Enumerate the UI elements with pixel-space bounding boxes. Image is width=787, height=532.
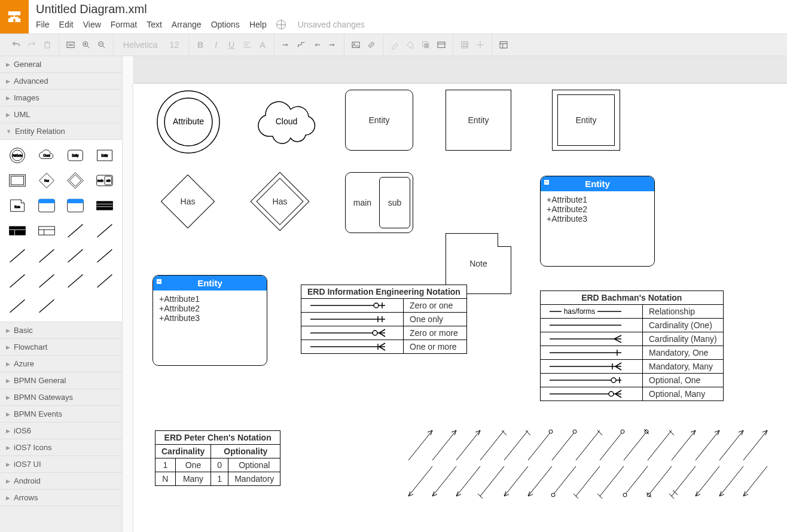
palette-line-7[interactable] — [5, 270, 30, 292]
shape-cloud[interactable]: Cloud — [251, 94, 322, 150]
palette-table-dark[interactable] — [92, 195, 118, 216]
shape-entity-table-1[interactable]: −Entity +Attribute1 +Attribute2 +Attribu… — [540, 176, 655, 267]
palette-table-split[interactable] — [34, 220, 60, 241]
palette-has-double[interactable] — [63, 170, 89, 191]
sidebar-section-uml[interactable]: ▶UML — [0, 106, 122, 123]
undo-button[interactable] — [11, 40, 22, 50]
palette-attribute[interactable]: Attribute — [5, 145, 30, 166]
palette-line-3[interactable] — [5, 245, 30, 267]
panel-button[interactable] — [436, 40, 447, 50]
connector-samples[interactable] — [391, 430, 773, 504]
zoom-in-button[interactable] — [81, 40, 91, 50]
menu-text[interactable]: Text — [147, 20, 162, 29]
sidebar-section-android[interactable]: ▶Android — [0, 473, 122, 490]
menu-help[interactable]: Help — [249, 20, 267, 29]
italic-button[interactable]: I — [211, 40, 221, 50]
sidebar-section-entity-relation[interactable]: ▼Entity Relation — [0, 123, 122, 140]
sidebar-section-advanced[interactable]: ▶Advanced — [0, 73, 122, 90]
image-button[interactable] — [350, 40, 361, 50]
canvas[interactable]: Attribute Cloud Entity Entity Entity Has… — [133, 84, 787, 532]
link-button[interactable] — [366, 40, 377, 50]
palette-entity-table-blue[interactable] — [34, 195, 60, 216]
menu-file[interactable]: File — [36, 20, 50, 29]
document-title[interactable]: Untitled Diagram.xml — [36, 2, 365, 16]
font-size-select[interactable]: 12 — [166, 40, 183, 50]
palette-line-6[interactable] — [92, 245, 118, 267]
shadow-button[interactable] — [420, 40, 431, 50]
waypoint-button[interactable] — [296, 40, 307, 50]
sidebar-section-images[interactable]: ▶Images — [0, 90, 122, 106]
sidebar-section-general[interactable]: ▶General — [0, 56, 122, 73]
actual-size-button[interactable] — [65, 40, 76, 50]
sidebar-section-ios6[interactable]: ▶iOS6 — [0, 423, 122, 439]
shape-entity-square[interactable]: Entity — [446, 90, 511, 151]
sidebar-section-azure[interactable]: ▶Azure — [0, 356, 122, 372]
sidebar-label: Advanced — [14, 77, 48, 85]
menu-format[interactable]: Format — [111, 20, 137, 29]
canvas-area[interactable]: Attribute Cloud Entity Entity Entity Has… — [123, 56, 787, 532]
sidebar-section-basic[interactable]: ▶Basic — [0, 322, 122, 339]
connection-button[interactable] — [280, 40, 291, 50]
menu-arrange[interactable]: Arrange — [172, 20, 202, 29]
align-button[interactable] — [242, 40, 252, 50]
palette-has[interactable]: Has — [34, 170, 60, 191]
shape-has-double[interactable]: Has — [253, 175, 307, 228]
shape-has[interactable]: Has — [161, 175, 215, 228]
svg-line-46 — [68, 274, 83, 287]
shape-entity-double[interactable]: Entity — [552, 90, 620, 151]
zoom-out-button[interactable] — [96, 40, 107, 50]
arrow-end-button[interactable] — [327, 40, 338, 50]
palette-line-2[interactable] — [92, 220, 118, 241]
palette-line-8[interactable] — [34, 270, 60, 292]
palette-line-4[interactable] — [34, 245, 60, 267]
palette-mainsub[interactable]: mainsub — [92, 170, 118, 191]
palette-note[interactable]: Note — [5, 195, 30, 216]
palette-table-small[interactable] — [5, 220, 30, 241]
sidebar-label: Flowchart — [14, 343, 47, 351]
stroke-color-button[interactable] — [389, 40, 400, 50]
palette-line-12[interactable] — [34, 295, 60, 317]
guides-button[interactable] — [475, 40, 486, 50]
palette-entity-rounded[interactable]: Entity — [63, 145, 89, 166]
bold-button[interactable]: B — [195, 40, 206, 50]
shape-label: Entity — [575, 115, 596, 125]
font-family-select[interactable]: Helvetica — [120, 40, 161, 50]
palette-line-11[interactable] — [5, 295, 30, 317]
shape-attribute[interactable]: Attribute — [155, 88, 222, 157]
sidebar-section-bpmn-events[interactable]: ▶BPMN Events — [0, 406, 122, 423]
arrow-start-button[interactable] — [312, 40, 322, 50]
sidebar-section-arrows[interactable]: ▶Arrows — [0, 490, 122, 506]
palette-entity-double[interactable] — [5, 170, 30, 191]
erd-ie-table[interactable]: ERD Information Engineering Notation Zer… — [301, 285, 467, 354]
sidebar-section-ios7-ui[interactable]: ▶iOS7 UI — [0, 456, 122, 473]
menu-view[interactable]: View — [83, 20, 101, 29]
language-icon[interactable] — [276, 20, 286, 29]
menu-edit[interactable]: Edit — [59, 20, 74, 29]
shape-entity-table-2[interactable]: −Entity +Attribute1 +Attribute2 +Attribu… — [152, 275, 267, 366]
app-logo[interactable] — [0, 0, 29, 33]
sidebar-section-bpmn-gateways[interactable]: ▶BPMN Gateways — [0, 389, 122, 406]
palette-line-1[interactable] — [63, 220, 89, 241]
shape-mainsub[interactable]: main sub — [345, 172, 413, 233]
palette-line-9[interactable] — [63, 270, 89, 292]
redo-button[interactable] — [26, 40, 37, 50]
layout-button[interactable] — [498, 40, 509, 50]
fill-color-button[interactable] — [405, 40, 416, 50]
erd-chen-table[interactable]: ERD Peter Chen's Notation CardinalityOpt… — [155, 430, 280, 486]
svg-line-106 — [648, 430, 672, 460]
grid-button[interactable] — [459, 40, 470, 50]
palette-cloud[interactable]: Cloud — [34, 145, 60, 166]
palette-line-10[interactable] — [92, 270, 118, 292]
delete-button[interactable] — [42, 40, 53, 50]
palette-line-5[interactable] — [63, 245, 89, 267]
shape-entity-rounded[interactable]: Entity — [345, 90, 413, 151]
palette-entity-table-blue2[interactable] — [63, 195, 89, 216]
font-color-button[interactable]: A — [257, 40, 268, 50]
sidebar-section-ios7-icons[interactable]: ▶iOS7 Icons — [0, 439, 122, 456]
erd-bachman-table[interactable]: ERD Bachman's Notation has/formsRelation… — [540, 291, 724, 401]
sidebar-section-flowchart[interactable]: ▶Flowchart — [0, 339, 122, 356]
palette-entity-square[interactable]: Entity — [92, 145, 118, 166]
underline-button[interactable]: U — [226, 40, 237, 50]
menu-options[interactable]: Options — [211, 20, 240, 29]
sidebar-section-bpmn-general[interactable]: ▶BPMN General — [0, 372, 122, 389]
